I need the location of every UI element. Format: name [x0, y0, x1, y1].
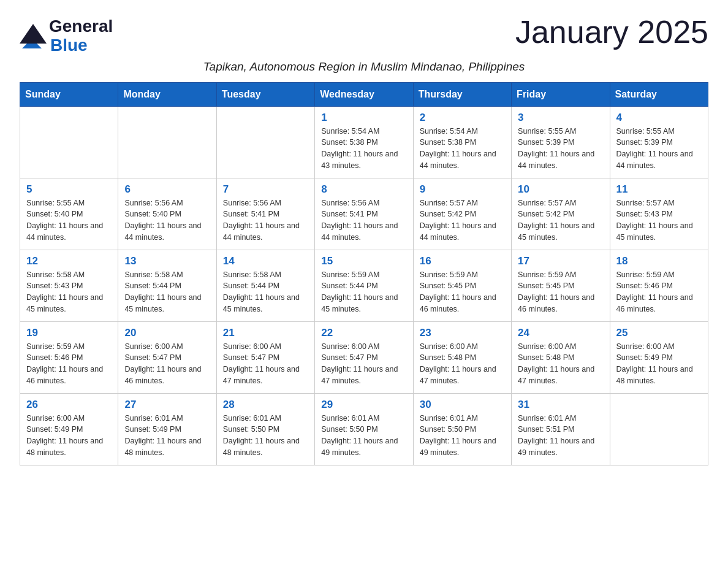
- sunrise-text: Sunrise: 5:54 AM: [420, 127, 478, 136]
- calendar-week-4: 19Sunrise: 5:59 AMSunset: 5:46 PMDayligh…: [20, 321, 708, 393]
- sunrise-text: Sunrise: 5:58 AM: [26, 270, 85, 279]
- calendar-cell: [118, 106, 216, 178]
- calendar-day-header-friday: Friday: [512, 82, 610, 106]
- daylight-text: Daylight: 11 hours and 46 minutes.: [420, 293, 496, 313]
- daylight-text: Daylight: 11 hours and 43 minutes.: [321, 150, 398, 170]
- sunset-text: Sunset: 5:49 PM: [124, 425, 181, 434]
- day-info: Sunrise: 5:59 AMSunset: 5:46 PMDaylight:…: [616, 269, 702, 315]
- sunrise-text: Sunrise: 6:00 AM: [518, 342, 576, 351]
- day-number: 2: [420, 112, 505, 124]
- calendar-cell: 6Sunrise: 5:56 AMSunset: 5:40 PMDaylight…: [118, 178, 216, 250]
- calendar-day-header-sunday: Sunday: [20, 82, 118, 106]
- daylight-text: Daylight: 11 hours and 44 minutes.: [26, 221, 103, 242]
- daylight-text: Daylight: 11 hours and 47 minutes.: [518, 365, 594, 385]
- day-number: 11: [616, 183, 702, 196]
- calendar-day-header-tuesday: Tuesday: [216, 82, 314, 106]
- daylight-text: Daylight: 11 hours and 44 minutes.: [518, 150, 594, 170]
- calendar-cell: 26Sunrise: 6:00 AMSunset: 5:49 PMDayligh…: [20, 393, 118, 465]
- day-number: 18: [616, 255, 702, 267]
- day-info: Sunrise: 6:00 AMSunset: 5:48 PMDaylight:…: [518, 341, 603, 387]
- svg-marker-1: [22, 44, 42, 48]
- sunrise-text: Sunrise: 6:01 AM: [321, 414, 379, 423]
- daylight-text: Daylight: 11 hours and 44 minutes.: [124, 221, 201, 242]
- daylight-text: Daylight: 11 hours and 48 minutes.: [124, 437, 201, 457]
- calendar-week-5: 26Sunrise: 6:00 AMSunset: 5:49 PMDayligh…: [20, 393, 708, 465]
- svg-marker-0: [20, 24, 47, 44]
- sunset-text: Sunset: 5:44 PM: [124, 282, 181, 290]
- sunrise-text: Sunrise: 5:55 AM: [26, 199, 85, 207]
- sunrise-text: Sunrise: 5:59 AM: [26, 342, 85, 351]
- daylight-text: Daylight: 11 hours and 46 minutes.: [26, 365, 103, 385]
- day-info: Sunrise: 6:00 AMSunset: 5:47 PMDaylight:…: [124, 341, 210, 387]
- sunset-text: Sunset: 5:43 PM: [26, 282, 83, 290]
- logo-general: General: [49, 17, 113, 36]
- calendar-cell: 10Sunrise: 5:57 AMSunset: 5:42 PMDayligh…: [512, 178, 610, 250]
- calendar-cell: [216, 106, 314, 178]
- day-number: 27: [124, 399, 210, 411]
- day-number: 1: [321, 112, 406, 124]
- sunset-text: Sunset: 5:41 PM: [223, 210, 279, 218]
- calendar-cell: 1Sunrise: 5:54 AMSunset: 5:38 PMDaylight…: [315, 106, 413, 178]
- day-info: Sunrise: 5:56 AMSunset: 5:41 PMDaylight:…: [321, 197, 406, 243]
- sunrise-text: Sunrise: 6:01 AM: [518, 414, 576, 423]
- sunset-text: Sunset: 5:48 PM: [420, 353, 476, 362]
- day-number: 26: [26, 399, 112, 411]
- sunset-text: Sunset: 5:42 PM: [420, 210, 476, 218]
- calendar-header-row: SundayMondayTuesdayWednesdayThursdayFrid…: [20, 82, 708, 106]
- sunrise-text: Sunrise: 6:01 AM: [420, 414, 478, 423]
- daylight-text: Daylight: 11 hours and 44 minutes.: [321, 221, 398, 242]
- page-title: January 2025: [515, 15, 708, 50]
- calendar-cell: [610, 393, 708, 465]
- day-info: Sunrise: 6:00 AMSunset: 5:47 PMDaylight:…: [223, 341, 308, 387]
- page-subtitle: Tapikan, Autonomous Region in Muslim Min…: [20, 60, 708, 74]
- daylight-text: Daylight: 11 hours and 44 minutes.: [223, 221, 300, 242]
- day-info: Sunrise: 6:01 AMSunset: 5:50 PMDaylight:…: [321, 413, 406, 459]
- day-number: 30: [420, 399, 505, 411]
- calendar-cell: 30Sunrise: 6:01 AMSunset: 5:50 PMDayligh…: [413, 393, 511, 465]
- sunrise-text: Sunrise: 5:59 AM: [518, 270, 576, 279]
- calendar-cell: 17Sunrise: 5:59 AMSunset: 5:45 PMDayligh…: [512, 250, 610, 321]
- day-number: 3: [518, 112, 603, 124]
- calendar-cell: 21Sunrise: 6:00 AMSunset: 5:47 PMDayligh…: [216, 321, 314, 393]
- calendar-cell: 20Sunrise: 6:00 AMSunset: 5:47 PMDayligh…: [118, 321, 216, 393]
- day-info: Sunrise: 6:01 AMSunset: 5:51 PMDaylight:…: [518, 413, 603, 459]
- sunset-text: Sunset: 5:50 PM: [223, 425, 279, 434]
- sunset-text: Sunset: 5:45 PM: [518, 282, 574, 290]
- sunset-text: Sunset: 5:46 PM: [26, 353, 83, 362]
- calendar-cell: 18Sunrise: 5:59 AMSunset: 5:46 PMDayligh…: [610, 250, 708, 321]
- day-number: 21: [223, 327, 308, 339]
- sunset-text: Sunset: 5:51 PM: [518, 425, 574, 434]
- daylight-text: Daylight: 11 hours and 45 minutes.: [26, 293, 103, 313]
- daylight-text: Daylight: 11 hours and 49 minutes.: [518, 437, 594, 457]
- day-number: 4: [616, 112, 702, 124]
- day-number: 10: [518, 183, 603, 196]
- daylight-text: Daylight: 11 hours and 48 minutes.: [223, 437, 300, 457]
- calendar-day-header-wednesday: Wednesday: [315, 82, 413, 106]
- sunset-text: Sunset: 5:48 PM: [518, 353, 574, 362]
- calendar-week-1: 1Sunrise: 5:54 AMSunset: 5:38 PMDaylight…: [20, 106, 708, 178]
- sunset-text: Sunset: 5:40 PM: [26, 210, 83, 218]
- daylight-text: Daylight: 11 hours and 46 minutes.: [616, 293, 693, 313]
- calendar-cell: 7Sunrise: 5:56 AMSunset: 5:41 PMDaylight…: [216, 178, 314, 250]
- calendar-cell: 5Sunrise: 5:55 AMSunset: 5:40 PMDaylight…: [20, 178, 118, 250]
- sunrise-text: Sunrise: 6:00 AM: [223, 342, 281, 351]
- sunrise-text: Sunrise: 5:56 AM: [124, 199, 183, 207]
- daylight-text: Daylight: 11 hours and 47 minutes.: [420, 365, 496, 385]
- sunrise-text: Sunrise: 5:58 AM: [124, 270, 183, 279]
- calendar-week-3: 12Sunrise: 5:58 AMSunset: 5:43 PMDayligh…: [20, 250, 708, 321]
- sunrise-text: Sunrise: 5:58 AM: [223, 270, 281, 279]
- day-info: Sunrise: 6:01 AMSunset: 5:49 PMDaylight:…: [124, 413, 210, 459]
- calendar-cell: 19Sunrise: 5:59 AMSunset: 5:46 PMDayligh…: [20, 321, 118, 393]
- daylight-text: Daylight: 11 hours and 45 minutes.: [616, 221, 693, 242]
- daylight-text: Daylight: 11 hours and 48 minutes.: [26, 437, 103, 457]
- sunset-text: Sunset: 5:42 PM: [518, 210, 574, 218]
- day-info: Sunrise: 5:56 AMSunset: 5:40 PMDaylight:…: [124, 197, 210, 243]
- day-number: 22: [321, 327, 406, 339]
- sunset-text: Sunset: 5:44 PM: [223, 282, 279, 290]
- day-info: Sunrise: 5:59 AMSunset: 5:46 PMDaylight:…: [26, 341, 112, 387]
- day-number: 6: [124, 183, 210, 196]
- sunset-text: Sunset: 5:47 PM: [223, 353, 279, 362]
- day-number: 24: [518, 327, 603, 339]
- daylight-text: Daylight: 11 hours and 47 minutes.: [321, 365, 398, 385]
- calendar-cell: 11Sunrise: 5:57 AMSunset: 5:43 PMDayligh…: [610, 178, 708, 250]
